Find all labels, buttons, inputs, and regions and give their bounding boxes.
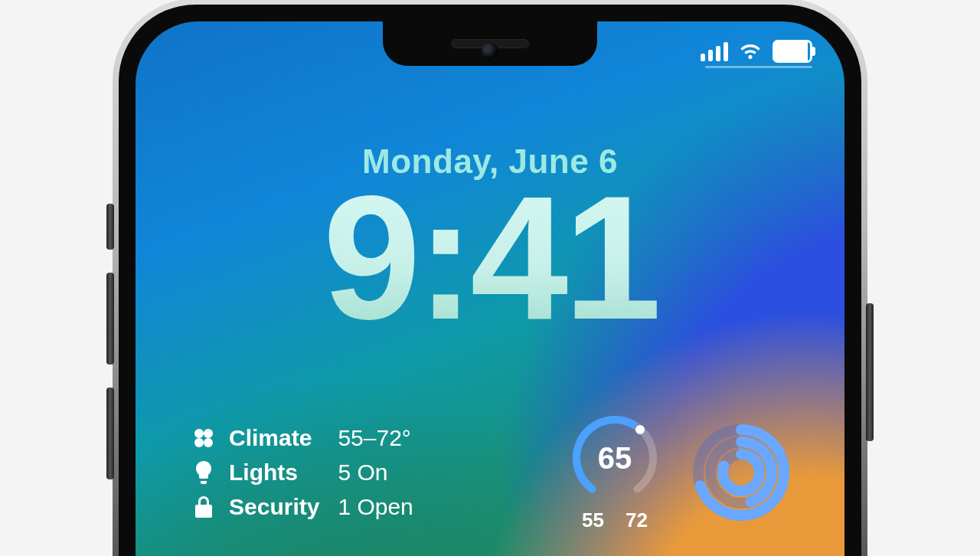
- lockscreen-time: 9:41: [136, 170, 844, 346]
- weather-low: 55: [582, 509, 604, 532]
- lock-icon: [195, 496, 212, 518]
- weather-current-temp: 65: [569, 412, 661, 504]
- climate-label: Climate: [229, 420, 319, 455]
- svg-point-1: [204, 429, 213, 438]
- home-summary-widget[interactable]: Climate 55–72° Lights 5 On Security 1 Op…: [189, 420, 413, 524]
- weather-high: 72: [626, 509, 648, 532]
- fan-icon: [193, 427, 214, 449]
- weather-widget[interactable]: 65 55 72: [569, 412, 661, 532]
- svg-point-2: [194, 438, 204, 447]
- lock-screen[interactable]: Monday, June 6 9:41 Climate 55–72° Light…: [136, 21, 844, 556]
- display-notch: [383, 21, 597, 66]
- volume-up-button[interactable]: [106, 273, 114, 365]
- front-camera: [482, 43, 498, 60]
- cellular-signal-icon: [701, 42, 728, 61]
- svg-point-0: [194, 429, 204, 438]
- wifi-icon: [739, 42, 762, 61]
- mute-switch[interactable]: [106, 204, 114, 250]
- side-power-button[interactable]: [866, 303, 874, 441]
- climate-value: 55–72°: [338, 420, 413, 455]
- lights-value: 5 On: [338, 455, 413, 489]
- activity-rings-widget[interactable]: [691, 423, 791, 522]
- security-label: Security: [229, 489, 319, 524]
- status-underline: [705, 66, 812, 68]
- lights-label: Lights: [229, 455, 319, 489]
- iphone-frame: Monday, June 6 9:41 Climate 55–72° Light…: [119, 5, 861, 556]
- weather-range: 55 72: [582, 509, 648, 532]
- weather-gauge: 65: [569, 412, 661, 504]
- svg-point-3: [204, 438, 213, 447]
- volume-down-button[interactable]: [106, 388, 114, 479]
- battery-icon: [773, 40, 812, 63]
- widget-row: Climate 55–72° Lights 5 On Security 1 Op…: [189, 412, 791, 532]
- security-value: 1 Open: [338, 489, 413, 524]
- status-bar: [701, 40, 812, 63]
- bulb-icon: [195, 461, 212, 484]
